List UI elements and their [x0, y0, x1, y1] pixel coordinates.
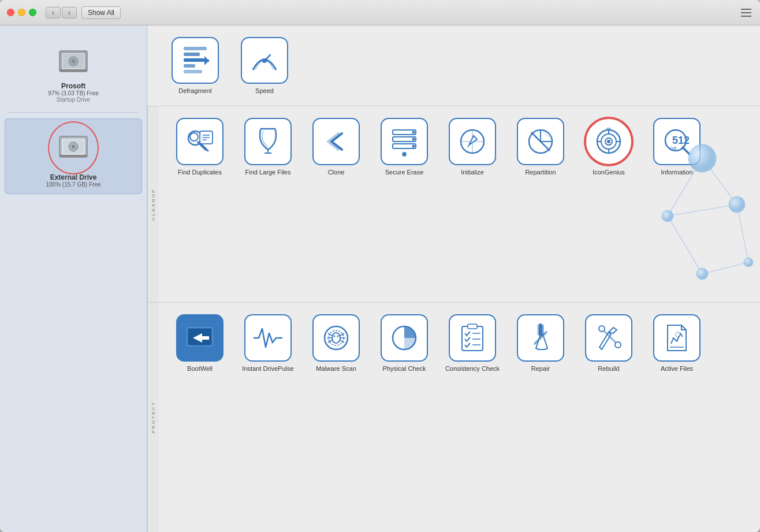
- defragment-icon: [179, 44, 211, 77]
- svg-rect-89: [462, 326, 483, 351]
- svg-point-101: [599, 326, 605, 332]
- clone-icon: [320, 125, 352, 158]
- active-files-icon-box: [653, 314, 701, 362]
- external-label: External Drive: [50, 173, 97, 181]
- svg-point-24: [190, 133, 198, 141]
- svg-rect-19: [184, 70, 202, 73]
- tool-clone[interactable]: Clone: [304, 114, 368, 294]
- active-files-label: Active Files: [661, 365, 693, 372]
- svg-line-66: [668, 216, 702, 274]
- malware-scan-icon-box: [312, 314, 360, 362]
- svg-point-7: [72, 59, 75, 63]
- bootwell-icon-box: [176, 314, 223, 362]
- find-large-files-label: Find Large Files: [245, 169, 291, 176]
- instant-drivepulse-icon-box: [244, 314, 292, 362]
- prosoft-drive-icon: [55, 43, 92, 80]
- svg-point-36: [412, 131, 415, 134]
- icon-genius-icon-box: [585, 118, 632, 165]
- tool-speed[interactable]: Speed: [233, 34, 296, 98]
- prosoft-label: Prosoft: [61, 82, 85, 90]
- forward-button[interactable]: ›: [62, 7, 77, 18]
- physical-check-label: Physical Check: [382, 365, 426, 372]
- tool-consistency-check[interactable]: Consistency Check: [441, 311, 504, 524]
- sidebar: Prosoft 97% (3.03 TB) Free Startup Drive: [0, 25, 147, 532]
- close-button[interactable]: [7, 9, 14, 16]
- initialize-label: Initialize: [461, 169, 484, 176]
- tool-malware-scan[interactable]: Malware Scan: [304, 311, 368, 524]
- active-files-icon: [661, 322, 693, 354]
- tool-find-large-files[interactable]: Find Large Files: [236, 114, 300, 294]
- defragment-icon-box: [172, 37, 219, 84]
- speed-label: Speed: [255, 87, 274, 94]
- prosoft-sub: Startup Drive: [57, 96, 90, 103]
- tool-repair[interactable]: Repair: [509, 311, 572, 524]
- tool-secure-erase[interactable]: Secure Erase: [372, 114, 436, 294]
- bootwell-icon: [184, 322, 216, 354]
- tool-bootwell[interactable]: BootWell: [168, 311, 232, 524]
- svg-line-64: [737, 204, 748, 262]
- traffic-lights: [7, 9, 36, 16]
- svg-rect-75: [194, 346, 206, 348]
- maximize-button[interactable]: [29, 9, 36, 16]
- clone-label: Clone: [328, 169, 345, 176]
- physical-check-icon-box: [381, 314, 428, 362]
- icon-genius-label: IconGenius: [593, 169, 625, 176]
- sidebar-item-prosoft[interactable]: Prosoft 97% (3.03 TB) Free Startup Drive: [0, 37, 147, 109]
- content-area: Defragment Speed: [147, 25, 760, 532]
- network-decoration: [644, 112, 760, 297]
- secure-erase-label: Secure Erase: [385, 169, 424, 176]
- tool-defragment[interactable]: Defragment: [163, 34, 227, 98]
- tool-repartition[interactable]: Repartition: [509, 114, 572, 294]
- svg-point-52: [607, 140, 610, 143]
- prosoft-info: 97% (3.03 TB) Free: [48, 90, 99, 96]
- icon-genius-icon: [593, 125, 625, 158]
- initialize-icon-box: [449, 118, 496, 165]
- tool-active-files[interactable]: Active Files: [645, 311, 709, 524]
- prosoft-drive-icon-wrap: [55, 43, 92, 80]
- find-duplicates-label: Find Duplicates: [178, 169, 222, 176]
- svg-point-70: [662, 210, 673, 222]
- top-items: Defragment Speed: [147, 25, 312, 106]
- list-view-icon[interactable]: [739, 7, 753, 18]
- svg-rect-21: [200, 59, 209, 62]
- initialize-icon: [456, 125, 489, 158]
- top-row: Defragment Speed: [147, 25, 760, 106]
- svg-rect-1: [741, 12, 751, 13]
- secure-erase-icon-box: [381, 118, 428, 165]
- svg-rect-0: [741, 9, 751, 10]
- instant-drivepulse-label: Instant DrivePulse: [242, 365, 293, 372]
- titlebar: ‹ › Show All: [0, 0, 760, 25]
- main-content: Prosoft 97% (3.03 TB) Free Startup Drive: [0, 25, 760, 532]
- tool-find-duplicates[interactable]: Find Duplicates: [168, 114, 232, 294]
- svg-rect-90: [468, 324, 477, 329]
- svg-point-86: [334, 336, 336, 337]
- minimize-button[interactable]: [18, 9, 25, 16]
- svg-line-67: [702, 262, 748, 274]
- show-all-button[interactable]: Show All: [81, 6, 121, 19]
- svg-line-65: [668, 204, 737, 216]
- tool-physical-check[interactable]: Physical Check: [372, 311, 436, 524]
- instant-drivepulse-icon: [252, 322, 284, 354]
- external-drive-icon-wrap: [51, 125, 95, 171]
- speed-icon: [248, 44, 281, 77]
- svg-point-87: [337, 336, 339, 337]
- tool-rebuild[interactable]: Rebuild: [577, 311, 640, 524]
- nav-buttons: ‹ ›: [46, 7, 77, 18]
- tool-icon-genius[interactable]: IconGenius: [577, 114, 640, 294]
- protect-grid: BootWell Instant DrivePulse: [159, 303, 760, 532]
- rebuild-label: Rebuild: [598, 365, 619, 372]
- svg-rect-76: [192, 348, 208, 350]
- tool-initialize[interactable]: Initialize: [441, 114, 504, 294]
- repartition-label: Repartition: [525, 169, 556, 176]
- tool-instant-drivepulse[interactable]: Instant DrivePulse: [236, 311, 300, 524]
- sidebar-item-external[interactable]: External Drive 100% (15.7 GB) Free: [5, 118, 142, 194]
- speed-icon-box: [241, 37, 288, 84]
- svg-rect-18: [184, 64, 195, 68]
- consistency-check-icon: [456, 322, 489, 354]
- repair-icon: [524, 322, 557, 354]
- network-graphic: [644, 106, 760, 302]
- repartition-icon: [524, 125, 557, 158]
- sidebar-divider: [8, 112, 140, 113]
- back-button[interactable]: ‹: [46, 7, 61, 18]
- find-large-files-icon: [252, 125, 284, 158]
